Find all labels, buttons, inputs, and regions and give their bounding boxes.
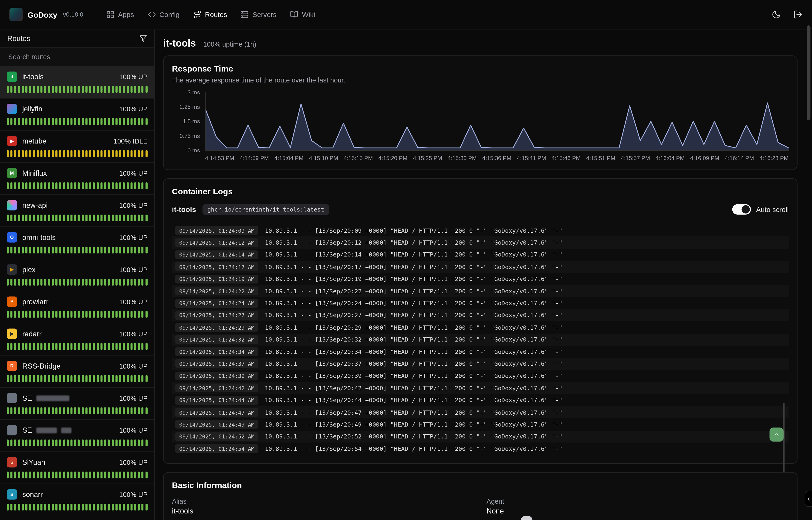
uptime-bar	[134, 407, 136, 414]
nav-item-wiki[interactable]: Wiki	[290, 10, 315, 19]
uptime-bar	[66, 311, 69, 318]
uptime-bar	[25, 343, 27, 350]
autoscroll-control: Auto scroll	[732, 204, 789, 214]
nav-item-config[interactable]: Config	[147, 10, 179, 19]
uptime-bar	[89, 471, 91, 478]
sidebar-route-plex-6[interactable]: ▶plex100% UP	[0, 259, 155, 291]
scroll-to-top-button[interactable]	[769, 427, 784, 441]
uptime-bar	[89, 343, 91, 350]
uptime-bar	[52, 407, 54, 414]
log-row: 09/14/2025, 01:24:19 AM10.89.3.1 - - [13…	[172, 273, 789, 285]
uptime-bar	[142, 86, 144, 93]
uptime-bar	[119, 311, 121, 318]
uptime-bar	[44, 247, 46, 254]
autoscroll-toggle[interactable]	[732, 204, 751, 214]
route-status: 100% IDLE	[114, 137, 148, 145]
uptime-bar	[112, 471, 114, 478]
uptime-bar	[127, 311, 129, 318]
uptime-bar	[22, 504, 24, 511]
uptime-bar	[123, 150, 125, 157]
sidebar-route-rss-bridge-9[interactable]: RRSS-Bridge100% UP	[0, 356, 155, 388]
sidebar-route-sonarr-13[interactable]: Ssonarr100% UP	[0, 484, 155, 516]
uptime-bar	[115, 407, 117, 414]
uptime-bar	[14, 407, 16, 414]
uptime-bar	[55, 150, 57, 157]
uptime-bar	[48, 279, 50, 286]
uptime-bar	[63, 150, 65, 157]
uptime-bar	[48, 118, 50, 125]
uptime-bar	[115, 504, 117, 511]
uptime-bar	[104, 439, 106, 446]
uptime-bar	[55, 471, 57, 478]
uptime-bar	[119, 182, 121, 189]
log-timestamp: 09/14/2025, 01:24:27 AM	[175, 311, 259, 320]
nav-item-apps[interactable]: Apps	[106, 10, 134, 19]
x-axis-label: 4:15:51 PM	[586, 155, 615, 161]
page-scrollbar-thumb[interactable]	[807, 25, 811, 120]
sidebar-route-new-api-4[interactable]: new-api100% UP	[0, 195, 155, 227]
search-input[interactable]	[7, 52, 147, 61]
uptime-bar	[18, 279, 20, 286]
uptime-bar	[25, 375, 27, 382]
uptime-bar	[130, 439, 133, 446]
uptime-bar	[25, 311, 27, 318]
log-row: 09/14/2025, 01:24:52 AM10.89.3.1 - - [13…	[172, 431, 789, 443]
log-row: 09/14/2025, 01:24:27 AM10.89.3.1 - - [13…	[172, 309, 789, 321]
uptime-bar	[130, 182, 133, 189]
sidebar-route-jellyfin-1[interactable]: jellyfin100% UP	[0, 99, 155, 131]
uptime-bar	[82, 118, 84, 125]
sidebar-route-metube-2[interactable]: ▶metube100% IDLE	[0, 131, 155, 163]
sidebar-route-miniflux-3[interactable]: MMiniflux100% UP	[0, 163, 155, 195]
sidebar-route-prowlarr-7[interactable]: Pprowlarr100% UP	[0, 291, 155, 323]
sidebar-route-it-tools-0[interactable]: itit-tools100% UP	[0, 67, 155, 99]
uptime-bar	[55, 182, 57, 189]
log-row: 09/14/2025, 01:24:54 AM10.89.3.1 - - [13…	[172, 443, 789, 455]
main-content: it-tools 100% uptime (1h) Response Time …	[155, 30, 812, 520]
uptime-bar	[37, 439, 39, 446]
uptime-bar	[93, 504, 95, 511]
nav-item-servers[interactable]: Servers	[241, 10, 277, 19]
log-message: 10.89.3.1 - - [13/Sep/20:52 +0000] "HEAD…	[265, 433, 562, 440]
uptime-bar	[44, 504, 46, 511]
uptime-bar	[40, 375, 43, 382]
dark-mode-moon-icon[interactable]	[772, 10, 781, 19]
uptime-bar	[104, 504, 106, 511]
x-axis-label: 4:16:23 PM	[759, 155, 788, 161]
uptime-bar	[100, 279, 103, 286]
collapse-panel-tab[interactable]	[805, 491, 812, 507]
filter-icon[interactable]	[139, 34, 147, 42]
log-timestamp: 09/14/2025, 01:24:12 AM	[175, 238, 259, 247]
route-name: new-api	[22, 201, 48, 209]
sidebar-route-se-11[interactable]: SE100% UP	[0, 420, 155, 452]
log-message: 10.89.3.1 - - [13/Sep/20:09 +0000] "HEAD…	[265, 227, 562, 234]
sidebar-route-radarr-8[interactable]: ▶radarr100% UP	[0, 323, 155, 356]
new-api-app-icon	[7, 200, 17, 210]
brand: GoDoxy v0.18.0	[9, 8, 83, 21]
uptime-bar	[7, 214, 9, 221]
uptime-bar	[48, 214, 50, 221]
uptime-bar	[112, 504, 114, 511]
uptime-bar	[82, 182, 84, 189]
partially-visible-toggle[interactable]	[521, 516, 532, 520]
log-message: 10.89.3.1 - - [13/Sep/20:19 +0000] "HEAD…	[265, 276, 562, 283]
uptime-bar	[74, 311, 76, 318]
uptime-bar	[7, 375, 9, 382]
nav-item-routes[interactable]: Routes	[193, 10, 227, 19]
redacted-name-block	[61, 427, 71, 433]
top-navbar: GoDoxy v0.18.0 Apps Config Routes Server…	[0, 0, 812, 30]
uptime-bar	[108, 182, 110, 189]
uptime-bars	[7, 214, 148, 221]
uptime-bar	[93, 439, 95, 446]
response-time-title: Response Time	[172, 64, 789, 74]
miniflux-app-icon: M	[7, 168, 17, 178]
sidebar-route-siyuan-12[interactable]: SSiYuan100% UP	[0, 452, 155, 484]
uptime-bar	[85, 279, 87, 286]
uptime-bar	[44, 311, 46, 318]
sidebar-route-se-10[interactable]: SE100% UP	[0, 388, 155, 420]
logout-icon[interactable]	[793, 10, 803, 19]
sidebar-route-omni-tools-5[interactable]: Oomni-tools100% UP	[0, 227, 155, 259]
log-message: 10.89.3.1 - - [13/Sep/20:17 +0000] "HEAD…	[265, 263, 562, 270]
info-field-agent: AgentNone	[486, 498, 789, 515]
uptime-bar	[18, 182, 20, 189]
uptime-bar	[138, 247, 140, 254]
